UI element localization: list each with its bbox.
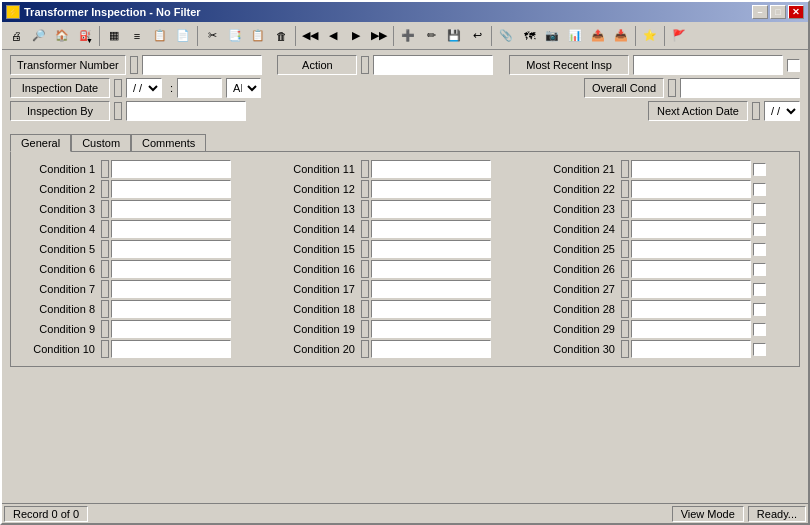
tb-export[interactable]: 📤 [587,25,609,47]
condition-input-col3-8[interactable] [631,300,751,318]
condition-row: Condition 13 [279,200,531,218]
condition-input-col1-7[interactable] [111,280,231,298]
title-bar: ⚡ Transformer Inspection - No Filter – □… [2,2,808,22]
condition-input-col3-7[interactable] [631,280,751,298]
condition-input-col2-3[interactable] [371,200,491,218]
most-recent-insp-input[interactable] [633,55,783,75]
condition-row: Condition 9 [19,320,271,338]
condition-checkbox-col3-7[interactable] [753,283,766,296]
inspection-date-select[interactable]: / / [126,78,162,98]
inspection-time-input[interactable] [177,78,222,98]
condition-label-col3-2: Condition 22 [539,183,619,195]
condition-input-col1-3[interactable] [111,200,231,218]
condition-input-col2-10[interactable] [371,340,491,358]
tab-general[interactable]: General [10,134,71,152]
status-ready: Ready... [748,506,806,522]
tb-flag[interactable]: 🚩 [668,25,690,47]
condition-checkbox-col3-3[interactable] [753,203,766,216]
condition-input-col2-7[interactable] [371,280,491,298]
condition-input-col2-5[interactable] [371,240,491,258]
tb-search[interactable]: 🔎 [28,25,50,47]
next-action-date-select[interactable]: / / [764,101,800,121]
tb-home[interactable]: 🏠 [51,25,73,47]
condition-input-col3-9[interactable] [631,320,751,338]
tb-save[interactable]: 💾 [443,25,465,47]
tb-undo[interactable]: ↩ [466,25,488,47]
condition-input-col3-1[interactable] [631,160,751,178]
condition-input-col2-9[interactable] [371,320,491,338]
condition-label-col1-4: Condition 4 [19,223,99,235]
condition-checkbox-col3-5[interactable] [753,243,766,256]
condition-input-col3-3[interactable] [631,200,751,218]
condition-row: Condition 18 [279,300,531,318]
transformer-number-input[interactable] [142,55,262,75]
tb-edit[interactable]: ✏ [420,25,442,47]
overall-cond-input[interactable] [680,78,800,98]
most-recent-insp-checkbox[interactable] [787,59,800,72]
condition-checkbox-col3-6[interactable] [753,263,766,276]
condition-input-col1-9[interactable] [111,320,231,338]
condition-input-col2-6[interactable] [371,260,491,278]
tab-custom[interactable]: Custom [71,134,131,152]
condition-indicator-col3-1 [621,160,629,178]
condition-input-col1-6[interactable] [111,260,231,278]
action-input[interactable] [373,55,493,75]
condition-input-col1-8[interactable] [111,300,231,318]
condition-input-col1-4[interactable] [111,220,231,238]
condition-checkbox-col3-9[interactable] [753,323,766,336]
inspection-by-input[interactable] [126,101,246,121]
close-button[interactable]: ✕ [788,5,804,19]
tb-copy[interactable]: 📑 [224,25,246,47]
condition-input-col2-4[interactable] [371,220,491,238]
condition-checkbox-col3-1[interactable] [753,163,766,176]
tb-delete[interactable]: 🗑 [270,25,292,47]
condition-input-col2-2[interactable] [371,180,491,198]
tab-comments[interactable]: Comments [131,134,206,152]
condition-input-col2-8[interactable] [371,300,491,318]
condition-row: Condition 3 [19,200,271,218]
tb-attach[interactable]: 📎 [495,25,517,47]
condition-label-col1-7: Condition 7 [19,283,99,295]
tb-star[interactable]: ⭐ [639,25,661,47]
tb-chart[interactable]: 📊 [564,25,586,47]
tb-paste[interactable]: 📋 [247,25,269,47]
condition-input-col2-1[interactable] [371,160,491,178]
condition-checkbox-col3-10[interactable] [753,343,766,356]
condition-input-col1-10[interactable] [111,340,231,358]
condition-checkbox-col3-2[interactable] [753,183,766,196]
main-window: ⚡ Transformer Inspection - No Filter – □… [0,0,810,525]
am-pm-select[interactable]: AM PM [226,78,261,98]
condition-checkbox-col3-8[interactable] [753,303,766,316]
condition-input-col3-4[interactable] [631,220,751,238]
tb-prev[interactable]: ◀ [322,25,344,47]
condition-label-col3-5: Condition 25 [539,243,619,255]
tb-filter[interactable]: ⛽▼ [74,25,96,47]
tb-cut[interactable]: ✂ [201,25,223,47]
tb-import[interactable]: 📥 [610,25,632,47]
maximize-button[interactable]: □ [770,5,786,19]
condition-input-col3-6[interactable] [631,260,751,278]
tb-doc[interactable]: 📄 [172,25,194,47]
tb-first[interactable]: ◀◀ [299,25,321,47]
status-view-mode: View Mode [672,506,744,522]
tb-list[interactable]: ≡ [126,25,148,47]
tb-grid[interactable]: ▦ [103,25,125,47]
tb-next[interactable]: ▶ [345,25,367,47]
tb-add[interactable]: ➕ [397,25,419,47]
condition-input-col1-2[interactable] [111,180,231,198]
tb-print[interactable]: 🖨 [5,25,27,47]
condition-input-col1-1[interactable] [111,160,231,178]
tb-last[interactable]: ▶▶ [368,25,390,47]
condition-input-col3-10[interactable] [631,340,751,358]
condition-input-col3-5[interactable] [631,240,751,258]
condition-input-col1-5[interactable] [111,240,231,258]
tb-report[interactable]: 📋 [149,25,171,47]
condition-indicator-col2-9 [361,320,369,338]
tb-map[interactable]: 🗺 [518,25,540,47]
tb-photo[interactable]: 📷 [541,25,563,47]
condition-checkbox-col3-4[interactable] [753,223,766,236]
condition-input-col3-2[interactable] [631,180,751,198]
minimize-button[interactable]: – [752,5,768,19]
condition-label-col3-7: Condition 27 [539,283,619,295]
condition-row: Condition 29 [539,320,791,338]
